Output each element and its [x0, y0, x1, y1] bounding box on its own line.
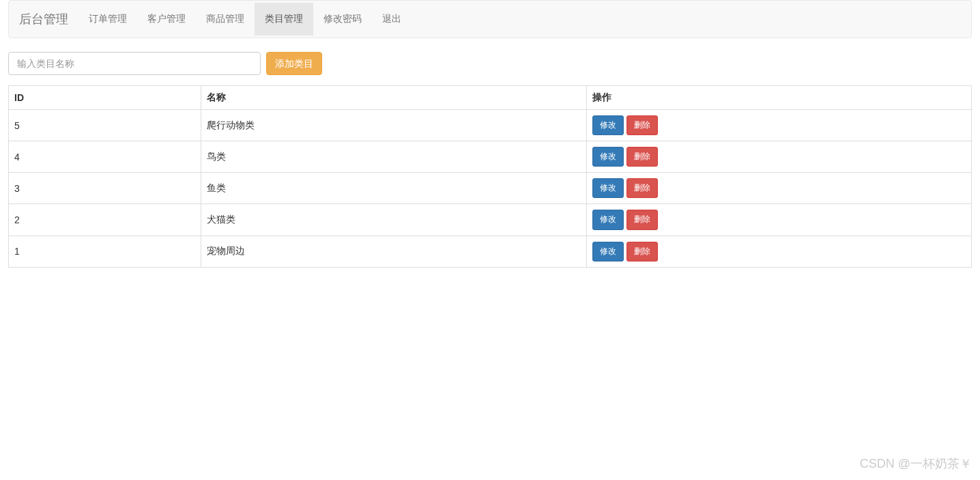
- header-id: ID: [9, 86, 201, 110]
- delete-button[interactable]: 删除: [626, 147, 658, 167]
- cell-id: 3: [9, 173, 201, 204]
- nav-item-customers[interactable]: 客户管理: [137, 3, 196, 36]
- delete-button[interactable]: 删除: [626, 242, 658, 262]
- edit-button[interactable]: 修改: [592, 115, 624, 135]
- page-container: 添加类目 ID 名称 操作 5爬行动物类修改删除4鸟类修改删除3鱼类修改删除2犬…: [0, 52, 980, 268]
- edit-button[interactable]: 修改: [592, 242, 624, 262]
- add-category-form: 添加类目: [8, 52, 972, 75]
- cell-id: 4: [9, 141, 201, 173]
- edit-button[interactable]: 修改: [592, 178, 624, 198]
- delete-button[interactable]: 删除: [626, 178, 658, 198]
- table-header-row: ID 名称 操作: [9, 86, 972, 110]
- cell-actions: 修改删除: [586, 141, 971, 173]
- cell-actions: 修改删除: [586, 204, 971, 236]
- cell-actions: 修改删除: [586, 236, 971, 267]
- header-actions: 操作: [586, 86, 971, 110]
- cell-id: 2: [9, 204, 201, 236]
- cell-name: 宠物周边: [201, 236, 586, 267]
- header-name: 名称: [201, 86, 586, 110]
- delete-button[interactable]: 删除: [626, 115, 658, 135]
- table-row: 3鱼类修改删除: [9, 173, 972, 204]
- add-category-button[interactable]: 添加类目: [266, 52, 322, 75]
- table-row: 2犬猫类修改删除: [9, 204, 972, 236]
- edit-button[interactable]: 修改: [592, 210, 624, 229]
- categories-table: ID 名称 操作 5爬行动物类修改删除4鸟类修改删除3鱼类修改删除2犬猫类修改删…: [8, 85, 972, 268]
- cell-id: 1: [9, 236, 201, 267]
- main-navbar: 后台管理 订单管理 客户管理 商品管理 类目管理 修改密码 退出: [8, 0, 972, 38]
- table-row: 4鸟类修改删除: [9, 141, 972, 173]
- nav-item-password[interactable]: 修改密码: [313, 3, 372, 36]
- nav-item-products[interactable]: 商品管理: [196, 3, 255, 36]
- nav-item-orders[interactable]: 订单管理: [78, 3, 137, 36]
- nav-list: 订单管理 客户管理 商品管理 类目管理 修改密码 退出: [78, 3, 412, 36]
- table-row: 1宠物周边修改删除: [9, 236, 972, 267]
- delete-button[interactable]: 删除: [626, 210, 658, 229]
- category-name-input[interactable]: [8, 52, 261, 75]
- edit-button[interactable]: 修改: [592, 147, 624, 167]
- cell-name: 鸟类: [201, 141, 586, 173]
- cell-actions: 修改删除: [586, 110, 971, 141]
- cell-name: 爬行动物类: [201, 110, 586, 141]
- navbar-brand[interactable]: 后台管理: [9, 1, 78, 38]
- cell-id: 5: [9, 110, 201, 141]
- table-row: 5爬行动物类修改删除: [9, 110, 972, 141]
- nav-item-logout[interactable]: 退出: [372, 3, 412, 36]
- cell-name: 鱼类: [201, 173, 586, 204]
- cell-name: 犬猫类: [201, 204, 586, 236]
- cell-actions: 修改删除: [586, 173, 971, 204]
- nav-item-categories[interactable]: 类目管理: [255, 3, 313, 36]
